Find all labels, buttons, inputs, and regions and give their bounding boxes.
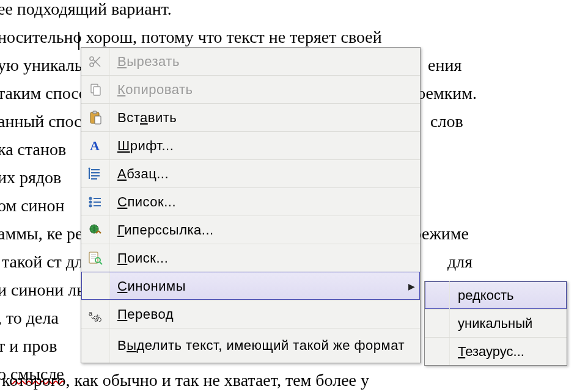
paragraph-icon [88,167,103,181]
menu-item-label: Гиперссылка... [110,222,420,238]
submenu-icon-strip [425,310,450,337]
search-icon [88,251,103,266]
svg-rect-3 [94,87,100,95]
menu-item-label: Перевод [110,307,420,322]
translate-icon: aあ [88,307,103,322]
menu-item-label: Копировать [110,82,420,98]
svg-point-8 [90,197,92,199]
menu-item-label: Выделить текст, имеющий такой же формат [110,338,420,354]
svg-point-10 [90,205,92,206]
submenu-arrow-icon: ▶ [403,281,420,291]
text-fragment: слов [430,107,463,136]
menu-item-label: Поиск... [110,250,420,266]
svg-rect-6 [95,116,101,124]
synonym-label: уникальный [458,316,532,332]
copy-icon [88,82,103,97]
menu-item-label: Список... [110,194,420,210]
svg-text:A: A [90,139,100,153]
text-caret [78,32,79,50]
scissors-icon [88,54,103,69]
hyperlink-icon [88,223,103,238]
synonyms-submenu: редкость уникальный Тезаурус... [424,281,567,366]
menu-item-list[interactable]: Список... [81,187,420,216]
menu-item-translate[interactable]: aあ Перевод [81,300,420,328]
menu-item-paragraph[interactable]: Абзац... [81,159,420,187]
menu-item-label: Вставить [110,110,420,126]
menu-item-cut: Вырезать [81,48,420,75]
thesaurus-label: Тезаурус... [458,344,524,360]
synonym-option[interactable]: уникальный [425,309,567,337]
font-a-icon: A [88,139,103,153]
menu-item-paste[interactable]: Вставить [81,103,420,131]
list-icon [88,195,103,209]
context-menu: Вырезать Копировать Вставить A Шрифт... … [81,47,421,363]
text-line: которого, как обычно и так не хватает, т… [0,366,575,392]
text-line: , то дела [0,304,59,332]
submenu-icon-strip [425,281,450,309]
menu-item-label: Шрифт... [110,138,420,154]
text-line: ом синон [0,192,65,220]
text-line: ка станов [0,136,66,164]
text-fragment: для [447,248,472,276]
menu-item-label: Синонимы [110,278,403,294]
text-fragment: режиме [413,220,469,248]
menu-item-label: Абзац... [110,166,420,182]
menu-item-thesaurus[interactable]: Тезаурус... [425,337,567,365]
svg-text:a: a [89,310,93,317]
svg-rect-5 [93,111,97,114]
text-line: т и пров [0,332,57,360]
menu-item-copy: Копировать [81,75,420,103]
menu-item-search[interactable]: Поиск... [81,244,420,272]
menu-item-label: Вырезать [110,54,420,70]
text-line: их рядов [0,164,61,192]
submenu-icon-strip [425,338,450,365]
paste-icon [88,111,103,125]
synonym-label: редкость [458,288,513,303]
menu-item-synonyms[interactable]: Синонимы ▶ [81,272,420,300]
menu-item-font[interactable]: A Шрифт... [81,131,420,159]
menu-item-select-similar-formatting[interactable]: Выделить текст, имеющий такой же формат [81,328,420,363]
svg-point-9 [90,201,92,203]
text-line: ее подходящий вариант. [0,0,172,23]
synonym-option[interactable]: редкость [425,281,567,309]
svg-text:あ: あ [94,313,102,322]
text-line: такой ст для [0,248,91,276]
menu-item-hyperlink[interactable]: Гиперссылка... [81,216,420,244]
text-fragment: ения [428,51,461,79]
